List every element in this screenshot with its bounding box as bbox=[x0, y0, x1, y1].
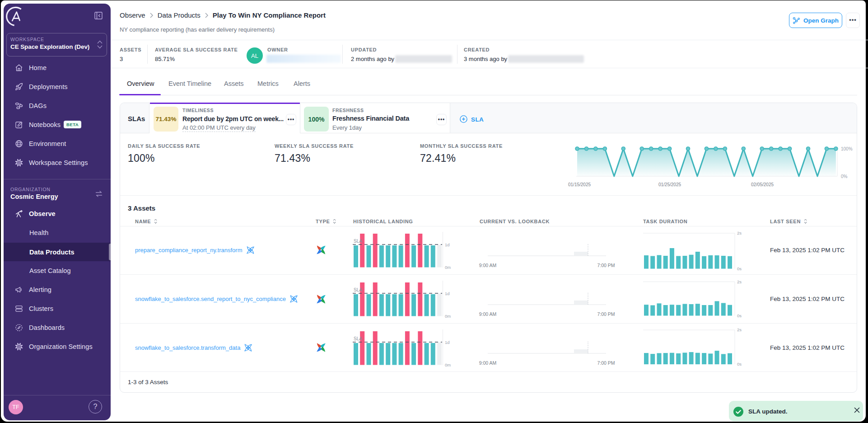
svg-text:01/25/2025: 01/25/2025 bbox=[658, 182, 681, 187]
svg-text:2s: 2s bbox=[737, 327, 742, 332]
svg-text:0s: 0s bbox=[737, 266, 742, 271]
svg-text:01/15/2025: 01/15/2025 bbox=[568, 182, 591, 187]
svg-text:100%: 100% bbox=[841, 146, 853, 151]
svg-text:0%: 0% bbox=[841, 174, 848, 179]
svg-text:2s: 2s bbox=[737, 279, 742, 284]
svg-text:0s: 0s bbox=[737, 313, 742, 318]
svg-text:02/05/2025: 02/05/2025 bbox=[751, 182, 774, 187]
svg-text:2s: 2s bbox=[737, 230, 742, 235]
svg-text:0s: 0s bbox=[737, 362, 742, 367]
